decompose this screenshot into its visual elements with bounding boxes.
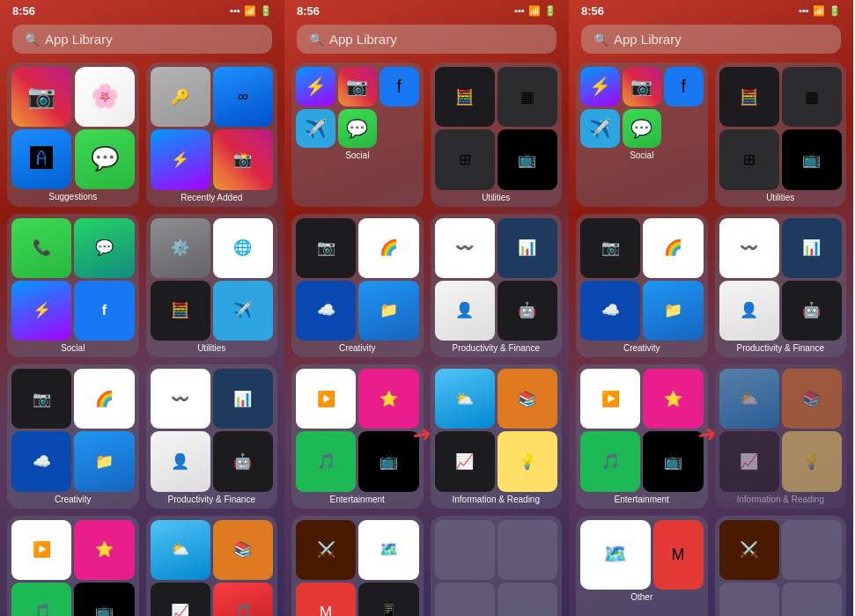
social-empty xyxy=(380,109,419,149)
folder-information-2[interactable]: ⛅ 📚 📈 💡 Information & Reading xyxy=(431,364,563,509)
instagram-icon: 📷 xyxy=(11,67,71,127)
youtube-icon-p3: ▶️ xyxy=(580,369,640,429)
stocks-icon-p2: 📈 xyxy=(435,431,495,491)
chatgpt-icon-p2: 🤖 xyxy=(498,281,557,341)
spotify-icon-p3: 🎵 xyxy=(580,431,640,491)
calculator-icon-p2: 🧮 xyxy=(435,67,495,127)
recently-added-icons: 🔑 ∞ ⚡ 📸 xyxy=(151,67,274,190)
folder-hidden-3[interactable]: ⚔️ Hidden xyxy=(715,516,847,617)
folder-utilities-1[interactable]: ⚙️ 🌐 🧮 ✈️ Utilities xyxy=(146,214,278,358)
phone-panel-3: 8:56 ▪▪▪ 📶 🔋 🔍 App Library ⚡ 📷 f ✈️ xyxy=(569,0,853,616)
instagram-icon-2: 📸 xyxy=(213,129,273,189)
contacts-icon-p3: 👤 xyxy=(719,281,779,341)
entertainment-icons-3: ▶️ ⭐ 🎵 📺 xyxy=(580,369,704,492)
folder-hidden-2[interactable]: Hidden xyxy=(431,516,563,617)
status-icons-1: ▪▪▪ 📶 🔋 xyxy=(230,5,272,17)
folder-utilities-3[interactable]: 🧮 ▦ ⊞ 📺 Utilities xyxy=(715,62,847,207)
folder-productivity-3[interactable]: 〰️ 📊 👤 🤖 Productivity & Finance xyxy=(715,214,847,358)
appletv-icon-p3: 📺 xyxy=(782,129,842,189)
files-icon-p2: 📁 xyxy=(358,281,418,341)
search-text-1: App Library xyxy=(45,32,113,47)
social-label-2: Social xyxy=(345,150,369,160)
social-label-3: Social xyxy=(630,150,653,160)
messenger-icon-2: ⚡ xyxy=(11,281,71,341)
wifi-icon-2: 📶 xyxy=(528,5,541,17)
folder-social-2[interactable]: ⚡ 📷 f ✈️ 💬 Social xyxy=(291,62,424,207)
folder-recently-added[interactable]: 🔑 ∞ ⚡ 📸 Recently Added xyxy=(146,62,278,207)
folder-productivity-2[interactable]: 〰️ 📊 👤 🤖 Productivity & Finance xyxy=(431,214,563,358)
social-top-row: ⚡ 📷 f xyxy=(296,67,419,106)
social-icons-1: 📞 💬 ⚡ f xyxy=(11,218,135,341)
messenger-icon-p2: ⚡ xyxy=(296,67,335,106)
books-icon-p2: 📚 xyxy=(498,369,557,429)
spotify-icon-1: 🎵 xyxy=(11,583,71,616)
files-icon: 📁 xyxy=(74,431,134,491)
signal-icon-3: ▪▪▪ xyxy=(799,5,809,16)
wifi-icon: 📶 xyxy=(244,5,256,17)
search-icon-3: 🔍 xyxy=(593,33,608,47)
stocks-icon-1: 📈 xyxy=(151,583,210,616)
folder-creativity-1[interactable]: 📷 🌈 ☁️ 📁 Creativity xyxy=(7,364,139,509)
other-label-3: Other xyxy=(630,592,652,602)
hidden3-icon-3 xyxy=(719,583,779,616)
status-bar-3: 8:56 ▪▪▪ 📶 🔋 xyxy=(569,0,853,19)
utilities-icons-1: ⚙️ 🌐 🧮 ✈️ xyxy=(151,218,274,341)
productivity-label-3: Productivity & Finance xyxy=(737,343,825,353)
folder-social-1[interactable]: 📞 💬 ⚡ f Social xyxy=(7,214,139,358)
contacts-icon-p2: 👤 xyxy=(435,281,495,341)
search-bar-3[interactable]: 🔍 App Library xyxy=(581,25,841,54)
folder-entertainment-2[interactable]: ▶️ ⭐ 🎵 📺 Entertainment xyxy=(291,364,424,509)
hidden4-icon-3 xyxy=(782,583,842,616)
folder-information-3[interactable]: ⛅ 📚 📈 💡 Information & Reading xyxy=(715,364,847,509)
folder-creativity-3[interactable]: 📷 🌈 ☁️ 📁 Creativity xyxy=(576,214,708,358)
folder-reading-1[interactable]: ⛅ 📚 📈 🎵 xyxy=(146,516,278,617)
search-text-3: App Library xyxy=(614,32,682,47)
folder-creativity-2[interactable]: 📷 🌈 ☁️ 📁 Creativity xyxy=(291,214,424,358)
social-bottom-row-3: ✈️ 💬 xyxy=(580,109,704,149)
battery-icon-3: 🔋 xyxy=(829,5,841,17)
folder-other-3[interactable]: 🗺️ M Other xyxy=(576,516,708,617)
panel1-content: 8:56 ▪▪▪ 📶 🔋 🔍 App Library 📷 🌸 🅰 xyxy=(0,0,284,616)
books-icon-p3: 📚 xyxy=(782,369,842,429)
folder-entertainment-1[interactable]: ▶️ ⭐ 🎵 📺 Entertainment xyxy=(7,516,139,617)
messages-icon: 💬 xyxy=(75,129,135,189)
folder-suggestions[interactable]: 📷 🌸 🅰 💬 Suggestions xyxy=(7,62,139,207)
folder-entertainment-3[interactable]: ▶️ ⭐ 🎵 📺 Entertainment xyxy=(576,364,708,509)
weather-icon-p3: ⛅ xyxy=(719,369,779,429)
calculator-icon-p3: 🧮 xyxy=(719,67,779,127)
reading-icons-1: ⛅ 📚 📈 🎵 xyxy=(151,520,274,617)
telegram-icon-p2: ✈️ xyxy=(296,109,335,149)
productivity-icons-2: 〰️ 📊 👤 🤖 xyxy=(435,218,558,341)
telegram-icon-p3: ✈️ xyxy=(580,109,620,149)
hidden1-icon xyxy=(435,520,495,580)
appletv-icon-1: 📺 xyxy=(74,583,134,616)
utility2-icon-3: ▦ xyxy=(782,67,842,127)
settings-icon: ⚙️ xyxy=(151,218,210,278)
googlephotos-icon-p2: 🌈 xyxy=(358,218,418,278)
creativity-label-3: Creativity xyxy=(623,343,660,353)
panel2-content: 8:56 ▪▪▪ 📶 🔋 🔍 App Library ⚡ 📷 f ✈️ xyxy=(284,0,569,616)
finance-icon-p2: 📊 xyxy=(498,218,557,278)
appletv2-icon-p2: 📺 xyxy=(358,431,418,491)
suggestions-icons: 📷 🌸 xyxy=(11,67,135,127)
status-icons-3: ▪▪▪ 📶 🔋 xyxy=(799,5,841,17)
search-icon-2: 🔍 xyxy=(309,33,324,47)
battery-icon-2: 🔋 xyxy=(544,5,556,17)
hidden-icons-3: ⚔️ xyxy=(719,520,843,617)
folder-utilities-2[interactable]: 🧮 ▦ ⊞ 📺 Utilities xyxy=(431,62,563,207)
hidden4-icon xyxy=(498,583,557,616)
search-bar-1[interactable]: 🔍 App Library xyxy=(12,25,272,54)
utility3-icon: ⊞ xyxy=(435,129,495,189)
time-3: 8:56 xyxy=(581,4,604,18)
utilities-label-3: Utilities xyxy=(766,193,794,202)
googlephotos-icon: 🌈 xyxy=(74,369,134,429)
utilities-label-2: Utilities xyxy=(482,193,510,202)
spotify-icon-p2: 🎵 xyxy=(296,431,356,491)
folder-social-3[interactable]: ⚡ 📷 f ✈️ 💬 Social xyxy=(576,62,708,207)
search-bar-2[interactable]: 🔍 App Library xyxy=(297,25,556,54)
productivity-icons-3: 〰️ 📊 👤 🤖 xyxy=(719,218,843,341)
folder-productivity-1[interactable]: 〰️ 📊 👤 🤖 Productivity & Finance xyxy=(146,364,278,509)
entertainment-icons-1: ▶️ ⭐ 🎵 📺 xyxy=(11,520,135,617)
finance-icon-p3: 📊 xyxy=(782,218,842,278)
folder-other-2[interactable]: ⚔️ 🗺️ M 📱 Other xyxy=(291,516,424,617)
